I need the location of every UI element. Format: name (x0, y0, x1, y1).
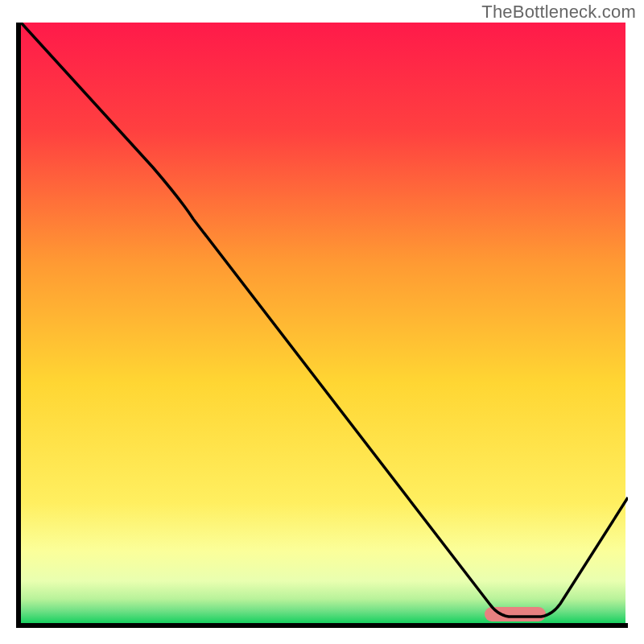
plot-area (16, 23, 628, 628)
watermark-text: TheBottleneck.com (481, 2, 636, 23)
gradient-background (19, 23, 625, 623)
chart-container: TheBottleneck.com (0, 0, 644, 644)
chart-svg (16, 23, 628, 628)
